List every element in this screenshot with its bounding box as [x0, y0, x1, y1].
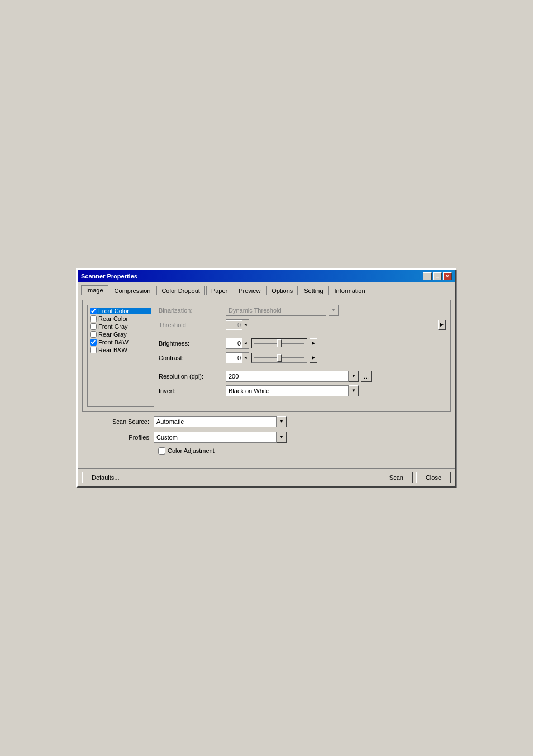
window-title: Scanner Properties	[81, 273, 137, 280]
threshold-row: Threshold: ◄ ▶	[159, 319, 446, 330]
invert-value: Black on White	[226, 385, 349, 396]
checkbox-front-gray[interactable]	[90, 323, 97, 330]
brightness-spinner: ◄	[226, 338, 249, 349]
tab-image[interactable]: Image	[81, 285, 108, 295]
tabs-bar: Image Compression Color Dropout Paper Pr…	[78, 282, 455, 295]
maximize-button[interactable]: □	[433, 272, 442, 280]
right-buttons: Scan Close	[380, 472, 451, 483]
contrast-control: ◄ ▶	[226, 352, 446, 363]
contrast-spin-btn[interactable]: ◄	[242, 353, 249, 363]
label-rear-gray: Rear Gray	[98, 331, 127, 338]
image-list-item-rear-color[interactable]: Rear Color	[90, 315, 151, 322]
threshold-spinner: ◄	[226, 319, 249, 330]
invert-control: Black on White ▼	[226, 385, 446, 396]
profiles-row: Profiles Custom ▼	[87, 432, 446, 443]
contrast-spinner: ◄	[226, 352, 249, 363]
binarization-label: Binarization:	[159, 307, 226, 314]
resolution-control: 200 ▼ ...	[226, 371, 446, 382]
resolution-row: Resolution (dpi): 200 ▼ ...	[159, 371, 446, 382]
image-list-item-front-gray[interactable]: Front Gray	[90, 323, 151, 330]
profiles-label: Profiles	[87, 434, 154, 441]
contrast-arrow-btn[interactable]: ▶	[310, 353, 317, 363]
label-front-color: Front Color	[98, 308, 129, 314]
threshold-label: Threshold:	[159, 322, 226, 328]
label-rear-color: Rear Color	[98, 315, 128, 322]
scan-source-row: Scan Source: Automatic ▼	[87, 416, 446, 427]
invert-row: Invert: Black on White ▼	[159, 385, 446, 396]
resolution-label: Resolution (dpi):	[159, 373, 226, 380]
profiles-dropdown-btn[interactable]: ▼	[277, 432, 287, 443]
scan-source-select: Automatic ▼	[154, 416, 287, 427]
scan-source-label: Scan Source:	[87, 418, 154, 425]
binarization-dropdown-btn: ▼	[329, 305, 339, 316]
bottom-bar: Defaults... Scan Close	[78, 468, 455, 486]
color-adjustment-checkbox[interactable]	[158, 447, 165, 455]
scan-source-dropdown-btn[interactable]: ▼	[277, 416, 287, 427]
tab-options[interactable]: Options	[266, 286, 298, 295]
brightness-arrow-btn[interactable]: ▶	[310, 338, 317, 348]
tab-preview[interactable]: Preview	[234, 286, 265, 295]
separator-2	[159, 367, 446, 367]
tab-paper[interactable]: Paper	[206, 286, 232, 295]
checkbox-rear-color[interactable]	[90, 315, 97, 322]
color-adjustment-label: Color Adjustment	[168, 447, 215, 454]
resolution-dropdown-btn[interactable]: ▼	[349, 371, 359, 382]
checkbox-rear-gray[interactable]	[90, 331, 97, 338]
main-content: Front Color Rear Color Front Gray Rear G…	[78, 295, 455, 468]
profiles-select: Custom ▼	[154, 432, 287, 443]
brightness-thumb[interactable]	[277, 339, 282, 347]
threshold-spin-btn[interactable]: ◄	[242, 320, 249, 330]
contrast-thumb[interactable]	[277, 354, 282, 362]
label-rear-bw: Rear B&W	[98, 347, 127, 353]
scan-button[interactable]: Scan	[380, 472, 413, 483]
profiles-value: Custom	[154, 432, 277, 443]
resolution-dots-btn[interactable]: ...	[361, 371, 372, 382]
contrast-input[interactable]	[226, 354, 242, 362]
color-adjustment-row: Color Adjustment	[87, 447, 446, 455]
scan-source-value: Automatic	[154, 416, 277, 427]
brightness-label: Brightness:	[159, 340, 226, 347]
invert-label: Invert:	[159, 388, 226, 394]
image-settings-area: Front Color Rear Color Front Gray Rear G…	[82, 300, 451, 412]
tab-setting[interactable]: Setting	[299, 286, 328, 295]
image-list-item-rear-bw[interactable]: Rear B&W	[90, 347, 151, 353]
label-front-bw: Front B&W	[98, 339, 129, 346]
defaults-button[interactable]: Defaults...	[82, 472, 129, 483]
resolution-value: 200	[226, 371, 349, 382]
threshold-control: ◄ ▶	[226, 319, 446, 330]
close-dialog-button[interactable]: Close	[416, 472, 451, 483]
minimize-button[interactable]: _	[423, 272, 432, 280]
brightness-trackbar[interactable]	[251, 338, 307, 348]
resolution-select: 200 ▼	[226, 371, 359, 382]
threshold-input[interactable]	[226, 321, 242, 329]
brightness-input[interactable]	[226, 339, 242, 347]
label-front-gray: Front Gray	[98, 323, 128, 330]
binarization-row: Binarization: Dynamic Threshold ▼	[159, 305, 446, 316]
contrast-trackbar[interactable]	[251, 353, 307, 363]
tab-compression[interactable]: Compression	[110, 286, 156, 295]
scanner-properties-window: Scanner Properties _ □ × Image Compressi…	[77, 269, 456, 488]
close-button[interactable]: ×	[443, 272, 452, 280]
checkbox-front-color[interactable]	[90, 308, 97, 314]
contrast-row: Contrast: ◄ ▶	[159, 352, 446, 363]
image-list-item-front-bw[interactable]: Front B&W	[90, 339, 151, 346]
invert-select: Black on White ▼	[226, 385, 359, 396]
checkbox-front-bw[interactable]	[90, 339, 97, 346]
tab-information[interactable]: Information	[330, 286, 370, 295]
checkbox-rear-bw[interactable]	[90, 347, 97, 353]
brightness-spin-btn[interactable]: ◄	[242, 338, 249, 348]
separator-1	[159, 334, 446, 334]
image-list-item-front-color[interactable]: Front Color	[90, 308, 151, 314]
right-settings-panel: Binarization: Dynamic Threshold ▼ Thresh…	[159, 305, 446, 407]
lower-area: Scan Source: Automatic ▼ Profiles Custom…	[82, 412, 451, 464]
binarization-control: Dynamic Threshold ▼	[226, 305, 446, 316]
title-bar: Scanner Properties _ □ ×	[78, 270, 455, 282]
brightness-control: ◄ ▶	[226, 338, 446, 349]
contrast-label: Contrast:	[159, 355, 226, 361]
tab-color-dropout[interactable]: Color Dropout	[156, 286, 204, 295]
image-list: Front Color Rear Color Front Gray Rear G…	[87, 305, 154, 407]
threshold-arrow-btn[interactable]: ▶	[438, 320, 446, 330]
invert-dropdown-btn[interactable]: ▼	[349, 385, 359, 396]
binarization-value: Dynamic Threshold	[226, 305, 326, 316]
image-list-item-rear-gray[interactable]: Rear Gray	[90, 331, 151, 338]
